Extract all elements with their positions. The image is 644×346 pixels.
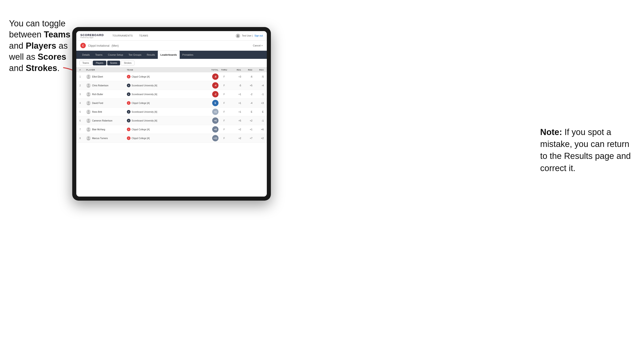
rd2-cell: +2 (241, 120, 252, 122)
thru-cell: F (218, 128, 230, 131)
team-name: Clippd College [A] (132, 102, 150, 104)
toggle-scores[interactable]: Scores (107, 61, 120, 65)
team-cell: C Clippd College [A] (127, 75, 203, 78)
col-rd1: RD1 (230, 69, 241, 71)
team-logo: S (127, 119, 130, 122)
annotation-end: . (57, 63, 60, 73)
table-row[interactable]: 3 Rich Butler S Scoreboard University [A… (76, 90, 267, 99)
rd1-cell: +5 (230, 120, 241, 122)
rd3-cell: +3 (252, 102, 264, 104)
rd2-cell: E (241, 111, 252, 113)
player-cell: Chris Robertson (86, 83, 127, 88)
team-name: Clippd College [A] (132, 75, 150, 78)
rd3-cell: -1 (252, 120, 264, 122)
col-rd2: RD2 (241, 69, 252, 71)
player-name: Rees Britt (92, 111, 102, 113)
toggle-teams[interactable]: Teams (80, 61, 92, 65)
player-avatar (86, 92, 91, 96)
team-name: Scoreboard University [A] (132, 120, 157, 122)
team-cell: C Clippd College [A] (127, 101, 203, 105)
note-label: Note: (540, 127, 562, 137)
table-row[interactable]: 6 Cameron Robertson S Scoreboard Univers… (76, 116, 267, 125)
svg-point-9 (88, 137, 90, 138)
table-row[interactable]: 8 Marcus Turners C Clippd College [A] +1… (76, 134, 267, 143)
table-row[interactable]: 2 Chris Robertson S Scoreboard Universit… (76, 81, 267, 90)
team-logo: C (127, 101, 130, 105)
svg-point-2 (88, 75, 90, 77)
table-row[interactable]: 7 Blair McHarg C Clippd College [A] +8 F… (76, 125, 267, 134)
table-row[interactable]: 4 David Ford C Clippd College [A] E F +1… (76, 99, 267, 108)
sub-nav-course-setup[interactable]: Course Setup (105, 51, 126, 59)
total-cell: -4 (203, 82, 218, 89)
sign-out-link[interactable]: Sign out (254, 34, 263, 37)
player-cell: Marcus Turners (86, 136, 127, 141)
sub-nav-results[interactable]: Results (144, 51, 158, 59)
annotation-text-2: between (9, 30, 42, 39)
thru-cell: F (218, 93, 230, 96)
player-name: Rich Butler (92, 93, 103, 96)
col-player: PLAYER (86, 69, 127, 71)
rd3-cell: -5 (252, 75, 264, 78)
rank-cell: 1 (80, 75, 86, 78)
rd1-cell: +1 (230, 102, 241, 104)
player-name: David Ford (92, 102, 103, 104)
table-row[interactable]: 1 Elliot Ebert C Clippd College [A] -8 F… (76, 72, 267, 81)
sub-nav-leaderboards[interactable]: Leaderboards (158, 51, 180, 59)
annotation-bold-strokes: Strokes (26, 63, 57, 73)
table-row[interactable]: 5 Rees Britt S Scoreboard University [A]… (76, 108, 267, 116)
sub-nav-teams[interactable]: Teams (92, 51, 105, 59)
score-badge: +1 (212, 109, 218, 115)
svg-point-1 (237, 35, 238, 36)
rank-cell: 8 (80, 137, 86, 140)
player-name: Marcus Turners (92, 137, 108, 140)
cancel-button[interactable]: Cancel × (253, 44, 263, 47)
player-cell: Blair McHarg (86, 127, 127, 132)
col-rank: # (80, 69, 86, 71)
logo-area: SCOREBOARD Powered by clippd (80, 33, 104, 38)
player-avatar (86, 83, 91, 88)
sub-nav-printables[interactable]: Printables (180, 51, 196, 59)
tournament-header: C Clippd Invitational (Men) Cancel × (76, 41, 267, 51)
tournament-gender: (Men) (112, 44, 118, 47)
total-cell: -8 (203, 73, 218, 80)
top-nav: SCOREBOARD Powered by clippd TOURNAMENTS… (76, 31, 267, 41)
player-avatar (86, 110, 91, 114)
total-cell: +11 (203, 135, 218, 141)
team-name: Clippd College [A] (132, 128, 150, 131)
annotation-bold-teams: Teams (44, 30, 70, 39)
team-cell: S Scoreboard University [A] (127, 110, 203, 114)
rd2-cell: +7 (241, 137, 252, 140)
rd2-cell: -4 (241, 102, 252, 104)
rank-cell: 7 (80, 128, 86, 131)
nav-link-teams[interactable]: TEAMS (136, 31, 151, 41)
player-avatar (86, 136, 91, 141)
rd2-cell: -2 (241, 93, 252, 96)
player-name: Cameron Robertson (92, 120, 112, 122)
team-name: Scoreboard University [A] (132, 93, 157, 96)
thru-cell: F (218, 75, 230, 78)
logo-text: SCOREBOARD (80, 33, 104, 37)
score-badge: +8 (212, 126, 218, 133)
user-name: Test User | (242, 34, 253, 37)
sub-nav-tee-groups[interactable]: Tee Groups (126, 51, 144, 59)
rd1-cell: +1 (230, 111, 241, 113)
toggle-players[interactable]: Players (93, 61, 106, 65)
nav-links: TOURNAMENTS TEAMS (109, 31, 236, 41)
score-badge: -4 (212, 82, 218, 89)
player-name: Elliot Ebert (92, 75, 103, 78)
team-logo: S (127, 110, 130, 114)
team-name: Scoreboard University [A] (132, 111, 157, 113)
sub-nav-details[interactable]: Details (80, 51, 92, 59)
team-logo: C (127, 75, 130, 78)
rd2-cell: -6 (241, 75, 252, 78)
total-cell: E (203, 100, 218, 106)
rank-cell: 2 (80, 84, 86, 87)
tablet-screen: SCOREBOARD Powered by clippd TOURNAMENTS… (76, 31, 267, 196)
rd1-cell: -5 (230, 84, 241, 87)
team-cell: S Scoreboard University [A] (127, 119, 203, 122)
nav-link-tournaments[interactable]: TOURNAMENTS (109, 31, 136, 41)
team-cell: S Scoreboard University [A] (127, 84, 203, 87)
svg-point-7 (88, 119, 90, 121)
toggle-strokes[interactable]: Strokes (121, 61, 134, 65)
player-avatar (86, 74, 91, 79)
